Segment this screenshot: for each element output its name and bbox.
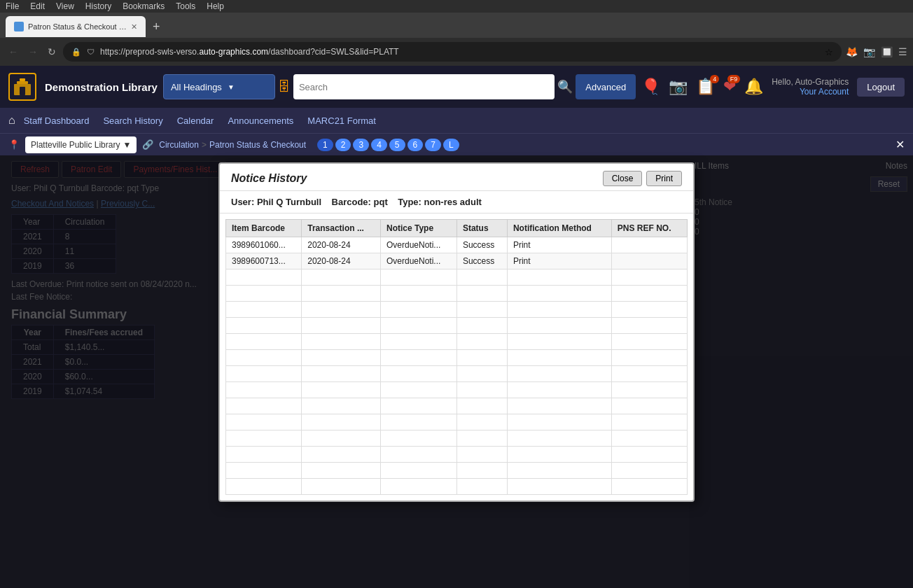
table-row — [226, 414, 688, 430]
bookmark-icon[interactable]: ☆ — [825, 47, 833, 57]
table-row — [226, 479, 688, 495]
nav-calendar[interactable]: Calendar — [172, 113, 220, 129]
empty-cell — [611, 286, 687, 302]
empty-cell — [456, 414, 507, 430]
new-tab-button[interactable]: + — [148, 18, 165, 36]
page-pill-4[interactable]: 4 — [371, 139, 387, 151]
database-icon[interactable]: 🗄 — [278, 80, 291, 94]
search-type-dropdown[interactable]: All Headings ▼ — [163, 74, 275, 99]
nav-staff-dashboard[interactable]: Staff Dashboard — [18, 113, 95, 129]
close-modal-button[interactable]: Close — [603, 171, 643, 186]
empty-cell — [302, 270, 381, 286]
empty-cell — [381, 382, 457, 398]
empty-cell — [611, 382, 687, 398]
menu-view[interactable]: View — [56, 1, 74, 11]
location-bar: 📍 Platteville Public Library ▼ 🔗 Circula… — [0, 133, 913, 155]
empty-cell — [381, 430, 457, 447]
page-pill-3[interactable]: 3 — [353, 139, 369, 151]
nav-search-history[interactable]: Search History — [97, 113, 168, 129]
table-row: 3989601060...2020-08-24OverdueNoti...Suc… — [226, 237, 688, 253]
search-button[interactable]: 🔍 — [557, 79, 573, 94]
method-cell: Print — [507, 237, 611, 253]
browser-action-2[interactable]: 🔲 — [881, 46, 893, 57]
advanced-search-button[interactable]: Advanced — [576, 74, 636, 99]
modal-title: Notice History — [231, 172, 307, 185]
lock-icon: 🔒 — [71, 48, 81, 57]
empty-cell — [226, 318, 302, 334]
empty-cell — [381, 366, 457, 382]
empty-cell — [456, 302, 507, 318]
empty-cell — [226, 479, 302, 495]
empty-cell — [381, 479, 457, 495]
search-input[interactable] — [299, 82, 549, 92]
breadcrumb-patron-status[interactable]: Patron Status & Checkout — [209, 140, 306, 150]
page-pill-7[interactable]: 7 — [425, 139, 441, 151]
camera-icon[interactable]: 📷 — [669, 78, 688, 96]
empty-cell — [226, 270, 302, 286]
method-cell: Print — [507, 253, 611, 270]
status-cell: Success — [456, 253, 507, 270]
print-button[interactable]: Print — [646, 171, 682, 186]
heart-icon[interactable]: ❤ F9 — [723, 78, 736, 96]
nav-announcements[interactable]: Announcements — [222, 113, 299, 129]
menu-history[interactable]: History — [85, 1, 111, 11]
empty-cell — [507, 479, 611, 495]
browser-menu-icon[interactable]: ☰ — [898, 46, 907, 57]
balloon-icon[interactable]: 🎈 — [641, 78, 660, 96]
list-icon[interactable]: 📋 4 — [696, 78, 715, 96]
location-pin-icon: 📍 — [8, 139, 20, 150]
back-button[interactable]: ← — [6, 45, 21, 59]
menu-bookmarks[interactable]: Bookmarks — [123, 1, 165, 11]
col-item-barcode: Item Barcode — [226, 220, 302, 237]
table-row — [226, 447, 688, 463]
close-location-bar[interactable]: ✕ — [895, 138, 905, 151]
page-pill-1[interactable]: 1 — [317, 139, 333, 151]
pns-cell — [611, 237, 687, 253]
transaction-cell: 2020-08-24 — [302, 237, 381, 253]
table-row — [226, 286, 688, 302]
close-tab-icon[interactable]: ✕ — [131, 22, 137, 31]
empty-cell — [611, 350, 687, 366]
table-row: 3989600713...2020-08-24OverdueNoti...Suc… — [226, 253, 688, 270]
bell-icon[interactable]: 🔔 — [744, 78, 763, 96]
home-icon[interactable]: ⌂ — [8, 114, 15, 127]
notice-type-cell: OverdueNoti... — [381, 253, 457, 270]
modal-header: Notice History Close Print — [220, 164, 693, 191]
list-badge: 4 — [710, 75, 719, 83]
user-account-link[interactable]: Your Account — [772, 87, 849, 97]
breadcrumb-circulation[interactable]: Circulation — [159, 140, 199, 150]
svg-rect-3 — [20, 87, 25, 95]
empty-cell — [507, 270, 611, 286]
page-pill-2[interactable]: 2 — [335, 139, 351, 151]
empty-cell — [302, 447, 381, 463]
logout-button[interactable]: Logout — [857, 78, 905, 97]
empty-cell — [302, 334, 381, 350]
forward-button[interactable]: → — [25, 45, 41, 59]
menu-file[interactable]: File — [6, 1, 19, 11]
menu-tools[interactable]: Tools — [176, 1, 195, 11]
notice-type-cell: OverdueNoti... — [381, 237, 457, 253]
library-logo — [8, 73, 36, 101]
empty-cell — [456, 334, 507, 350]
nav-marc21[interactable]: MARC21 Format — [302, 113, 382, 129]
menu-help[interactable]: Help — [207, 1, 224, 11]
pagination-pills: 1 2 3 4 5 6 7 L — [317, 139, 459, 151]
library-selector[interactable]: Platteville Public Library ▼ — [25, 136, 137, 153]
firefox-icon[interactable]: 🦊 — [846, 46, 858, 57]
item-barcode-cell: 3989600713... — [226, 253, 302, 270]
page-pill-5[interactable]: 5 — [389, 139, 405, 151]
empty-cell — [226, 334, 302, 350]
tab-favicon — [14, 22, 24, 31]
modal-header-buttons: Close Print — [603, 171, 682, 186]
browser-action-1[interactable]: 📷 — [863, 46, 875, 57]
table-row — [226, 302, 688, 318]
page-pill-l[interactable]: L — [443, 139, 459, 151]
reload-button[interactable]: ↻ — [45, 45, 59, 59]
menu-edit[interactable]: Edit — [30, 1, 45, 11]
library-name: Demonstration Library — [45, 81, 158, 93]
empty-cell — [381, 414, 457, 430]
active-tab[interactable]: Patron Status & Checkout | SWL... ✕ — [6, 16, 146, 37]
pns-cell — [611, 253, 687, 270]
page-pill-6[interactable]: 6 — [407, 139, 424, 151]
address-bar[interactable]: 🔒 🛡 https://preprod-swls-verso.auto-grap… — [63, 42, 842, 62]
